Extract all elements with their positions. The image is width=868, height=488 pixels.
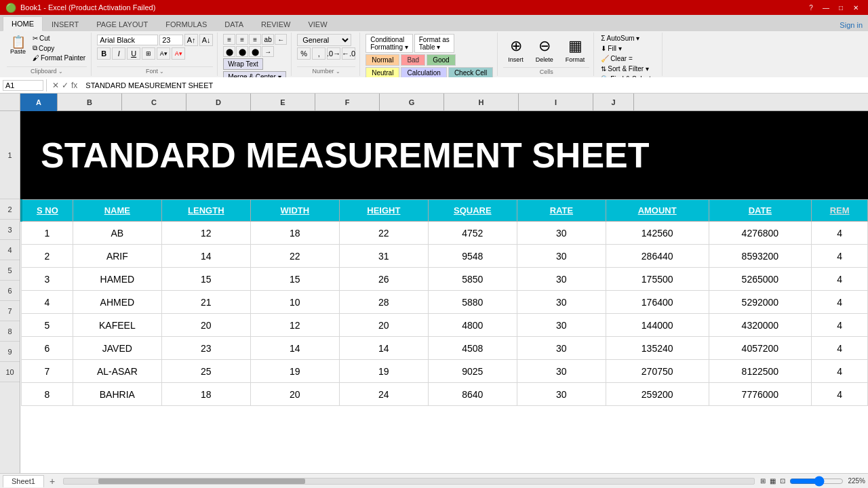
row-header-8[interactable]: 8 xyxy=(0,321,20,342)
format-button[interactable]: ▦ Format xyxy=(561,34,590,66)
cell-length-4[interactable]: 21 xyxy=(161,291,250,314)
row-header-merged[interactable]: 1 xyxy=(0,111,20,199)
cell-amount-7[interactable]: 270750 xyxy=(606,360,709,383)
cell-length-8[interactable]: 18 xyxy=(161,383,250,406)
align-top-right-btn[interactable]: ≡ xyxy=(249,34,261,45)
tab-home[interactable]: HOME xyxy=(3,16,43,31)
align-top-left-btn[interactable]: ≡ xyxy=(223,34,235,45)
col-header-j[interactable]: J xyxy=(593,94,634,111)
row-header-5[interactable]: 5 xyxy=(0,260,20,281)
cell-name-6[interactable]: JAVED xyxy=(73,337,161,360)
cell-square-2[interactable]: 9548 xyxy=(428,245,517,268)
wrap-text-button[interactable]: Wrap Text xyxy=(223,58,263,70)
horizontal-scrollbar[interactable] xyxy=(63,478,755,485)
copy-button[interactable]: ⧉ Copy xyxy=(31,43,87,53)
indent-increase-btn[interactable]: → xyxy=(262,46,274,57)
cell-amount-3[interactable]: 175500 xyxy=(606,268,709,291)
cell-width-7[interactable]: 19 xyxy=(250,360,339,383)
cell-width-3[interactable]: 15 xyxy=(250,268,339,291)
cell-date-8[interactable]: 7776000 xyxy=(709,383,812,406)
close-button[interactable]: ✕ xyxy=(849,2,863,13)
row-header-10[interactable]: 10 xyxy=(0,362,20,382)
italic-button[interactable]: I xyxy=(112,47,125,60)
cell-name-1[interactable]: AB xyxy=(73,222,161,245)
cell-sno-7[interactable]: 7 xyxy=(22,360,73,383)
autosum-button[interactable]: Σ AutoSum ▾ xyxy=(599,34,657,43)
align-left-btn[interactable]: ⬤ xyxy=(223,46,235,57)
conditional-formatting-button[interactable]: ConditionalFormatting ▾ xyxy=(366,34,413,53)
row-header-2[interactable]: 2 xyxy=(0,199,20,220)
cell-length-2[interactable]: 14 xyxy=(161,245,250,268)
view-normal-icon[interactable]: ⊞ xyxy=(760,477,766,485)
number-format-select[interactable]: General Number Currency xyxy=(297,34,351,46)
col-header-d[interactable]: D xyxy=(186,94,251,111)
col-header-i[interactable]: I xyxy=(519,94,593,111)
bold-button[interactable]: B xyxy=(97,47,111,60)
cell-width-8[interactable]: 20 xyxy=(250,383,339,406)
sign-in-button[interactable]: Sign in xyxy=(834,19,868,31)
cell-width-4[interactable]: 10 xyxy=(250,291,339,314)
cancel-formula-icon[interactable]: ✕ xyxy=(52,81,59,90)
row-header-6[interactable]: 6 xyxy=(0,281,20,301)
cell-rate-4[interactable]: 30 xyxy=(517,291,606,314)
cell-rem-3[interactable]: 4 xyxy=(812,268,868,291)
increase-decimal-btn[interactable]: .0→ xyxy=(327,47,340,60)
align-top-center-btn[interactable]: ≡ xyxy=(236,34,248,45)
format-as-table-button[interactable]: Format asTable ▾ xyxy=(414,34,454,53)
row-header-7[interactable]: 7 xyxy=(0,301,20,321)
cell-amount-6[interactable]: 135240 xyxy=(606,337,709,360)
cell-length-5[interactable]: 20 xyxy=(161,314,250,337)
cell-square-4[interactable]: 5880 xyxy=(428,291,517,314)
tab-review[interactable]: REVIEW xyxy=(252,16,299,31)
restore-button[interactable]: □ xyxy=(834,2,848,13)
cell-height-3[interactable]: 26 xyxy=(339,268,428,291)
orientation-btn[interactable]: ab xyxy=(262,34,274,45)
cell-name-3[interactable]: HAMED xyxy=(73,268,161,291)
cell-amount-2[interactable]: 286440 xyxy=(606,245,709,268)
view-layout-icon[interactable]: ▦ xyxy=(770,477,776,485)
cell-rem-4[interactable]: 4 xyxy=(812,291,868,314)
insert-button[interactable]: ⊕ Insert xyxy=(503,34,528,66)
increase-font-btn[interactable]: A↑ xyxy=(184,34,198,46)
cell-rem-1[interactable]: 4 xyxy=(812,222,868,245)
col-header-h[interactable]: H xyxy=(444,94,519,111)
cell-date-1[interactable]: 4276800 xyxy=(709,222,812,245)
cell-reference-input[interactable] xyxy=(3,80,43,91)
cell-sno-4[interactable]: 4 xyxy=(22,291,73,314)
tab-formulas[interactable]: FORMULAS xyxy=(157,16,216,31)
cell-rem-7[interactable]: 4 xyxy=(812,360,868,383)
comma-btn[interactable]: , xyxy=(312,47,326,60)
sheet1-tab[interactable]: Sheet1 xyxy=(3,475,44,487)
view-page-break-icon[interactable]: ⊡ xyxy=(780,477,785,485)
cell-length-3[interactable]: 15 xyxy=(161,268,250,291)
cell-square-1[interactable]: 4752 xyxy=(428,222,517,245)
cell-amount-5[interactable]: 144000 xyxy=(606,314,709,337)
cell-rate-7[interactable]: 30 xyxy=(517,360,606,383)
cell-amount-4[interactable]: 176400 xyxy=(606,291,709,314)
decrease-decimal-btn[interactable]: ←.0 xyxy=(342,47,355,60)
sort-filter-button[interactable]: ⇅ Sort & Filter ▾ xyxy=(599,64,657,73)
cell-height-4[interactable]: 28 xyxy=(339,291,428,314)
fill-color-button[interactable]: A▾ xyxy=(157,47,170,60)
delete-button[interactable]: ⊖ Delete xyxy=(531,34,558,66)
cell-rem-6[interactable]: 4 xyxy=(812,337,868,360)
border-button[interactable]: ⊞ xyxy=(142,47,155,60)
cell-rate-5[interactable]: 30 xyxy=(517,314,606,337)
row-header-4[interactable]: 4 xyxy=(0,240,20,260)
cell-sno-1[interactable]: 1 xyxy=(22,222,73,245)
zoom-slider[interactable] xyxy=(789,476,844,487)
cell-name-8[interactable]: BAHRIA xyxy=(73,383,161,406)
cell-square-6[interactable]: 4508 xyxy=(428,337,517,360)
fill-button[interactable]: ⬇ Fill ▾ xyxy=(599,44,657,53)
cell-amount-8[interactable]: 259200 xyxy=(606,383,709,406)
clear-button[interactable]: 🧹 Clear = xyxy=(599,54,657,63)
col-header-f[interactable]: F xyxy=(315,94,380,111)
paste-button[interactable]: 📋 Paste xyxy=(7,34,29,57)
cut-button[interactable]: ✂ Cut xyxy=(31,34,87,43)
cell-height-5[interactable]: 20 xyxy=(339,314,428,337)
cell-amount-1[interactable]: 142560 xyxy=(606,222,709,245)
tab-page-layout[interactable]: PAGE LAYOUT xyxy=(87,16,157,31)
cell-length-7[interactable]: 25 xyxy=(161,360,250,383)
row-header-9[interactable]: 9 xyxy=(0,342,20,362)
cell-sno-6[interactable]: 6 xyxy=(22,337,73,360)
